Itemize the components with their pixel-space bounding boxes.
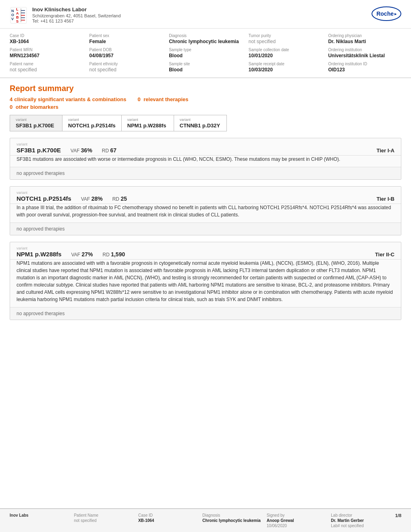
variant-rd-2: RD 1,590 [103, 251, 125, 258]
variant-tier-1: Tier I-B [376, 196, 394, 202]
variant-card-label-0: variant [17, 142, 394, 146]
variant-card-npm1: variant NPM1 p.W288fs VAF 27% RD 1,590 T… [10, 242, 401, 320]
footer-page-number: 1/8 [395, 513, 401, 518]
footer-patient-name: not specified [74, 518, 138, 523]
variant-tabs: variant SF3B1 p.K700E variant NOTCH1 p.P… [10, 115, 227, 131]
variant-meta-0: VAF 36% RD 67 [71, 147, 376, 154]
footer-signed-by-label: Signed by [267, 513, 331, 517]
variant-tab-2[interactable]: variant NPM1 p.W288fs [122, 115, 174, 131]
variant-rd-val-0: 67 [110, 147, 117, 154]
svg-text:N: N [11, 9, 14, 13]
lab-branding: N O V L A B S Inov Klinisches Labor Schü… [10, 6, 121, 24]
diagnosis-cell: Diagnosis Chronic lymphocytic leukemia S… [169, 33, 242, 73]
svg-text:L: L [16, 7, 19, 11]
lab-info: Inov Klinisches Labor Schützengraben 42,… [32, 6, 121, 23]
footer-diagnosis-col: Diagnosis Chronic lymphocytic leukemia [202, 513, 266, 523]
variant-tier-0: Tier I-A [376, 148, 394, 154]
footer-diagnosis-label: Diagnosis [202, 513, 266, 517]
tumor-purity-label: Tumor purity [249, 33, 322, 38]
footer-patient-name-label: Patient Name [74, 513, 138, 517]
significant-label: clinically significant variants & combin… [14, 96, 126, 102]
variant-therapy-2: no approved therapies [10, 307, 401, 320]
variant-meta-1: VAF 28% RD 25 [81, 195, 377, 202]
tab-label-3: variant [180, 118, 221, 122]
tab-value-0: SF3B1 p.K700E [16, 123, 56, 129]
roche-logo: Roche ▸ [372, 6, 401, 21]
svg-text:S: S [16, 19, 19, 23]
variant-card-label-1: variant [17, 191, 394, 195]
tab-label-0: variant [16, 118, 56, 122]
lab-address: Schützengraben 42, 4051 Basel, Switzerla… [32, 13, 121, 18]
variant-rd-val-2: 1,590 [111, 251, 125, 258]
significant-variants-link[interactable]: 4clinically significant variants & combi… [10, 96, 128, 102]
patient-sex-value: Female [89, 39, 163, 44]
tab-value-2: NPM1 p.W288fs [127, 123, 168, 129]
patient-ethnicity-value: not specified [89, 67, 163, 73]
ordering-physician-value: Dr. Niklaus Marti [328, 39, 401, 44]
variant-name-2: NPM1 p.W288fs [17, 251, 62, 258]
ordering-physician-label: Ordering physician [328, 33, 401, 38]
diagnosis-value: Chronic lymphocytic leukemia [169, 39, 242, 44]
variant-header-row-0: SF3B1 p.K700E VAF 36% RD 67 Tier I-A [17, 147, 394, 154]
variant-name-1: NOTCH1 p.P2514fs [17, 195, 71, 202]
variant-tab-0[interactable]: variant SF3B1 p.K700E [10, 115, 62, 131]
variant-vaf-val-0: 36% [81, 147, 92, 154]
svg-text:O: O [11, 13, 14, 17]
footer-case-id: XB-1064 [138, 518, 202, 523]
variant-tab-3[interactable]: variant CTNNB1 p.D32Y [174, 115, 226, 131]
svg-text:V: V [11, 17, 14, 21]
variant-header-row-2: NPM1 p.W288fs VAF 27% RD 1,590 Tier II-C [17, 251, 394, 258]
variant-card-inner-2: NPM1 mutations are associated with with … [10, 259, 401, 320]
footer-case-id-label: Case ID [138, 513, 202, 517]
case-id-cell: Case ID XB-1064 Patient MRN MRN1234567 P… [10, 33, 83, 73]
variant-card-inner-0: SF3B1 mutations are associated with wors… [10, 155, 401, 179]
patient-name-label: Patient name [10, 62, 83, 66]
variant-vaf-2: VAF 27% [71, 251, 93, 258]
sample-site-value: Blood [169, 67, 242, 73]
variant-tab-1[interactable]: variant NOTCH1 p.P2514fs [62, 115, 122, 131]
variant-meta-2: VAF 27% RD 1,590 [71, 251, 375, 258]
svg-text:B: B [16, 15, 19, 19]
relevant-therapies-link[interactable]: 0 relevant therapies [137, 96, 190, 102]
sample-receipt-date-value: 10/03/2020 [249, 67, 322, 73]
variant-therapy-0: no approved therapies [10, 167, 401, 179]
footer-patient-name-col: Patient Name not specified [74, 513, 138, 523]
tab-value-1: NOTCH1 p.P2514fs [68, 123, 116, 129]
sample-site-label: Sample site [169, 62, 242, 66]
case-id-label: Case ID [10, 33, 83, 38]
patient-info-grid: Case ID XB-1064 Patient MRN MRN1234567 P… [0, 29, 411, 78]
svg-text:A: A [16, 11, 19, 15]
variant-card-inner-1: In a phase III trial, the addition of ri… [10, 204, 401, 235]
sample-type-value: Blood [169, 53, 242, 58]
ordering-institution-value: Universitätsklinik Liestal [328, 53, 401, 58]
tumor-purity-value: not specified [249, 39, 322, 44]
ordering-institution-id-value: OID123 [328, 67, 401, 73]
ordering-institution-label: Ordering institution [328, 48, 401, 52]
variant-vaf-val-2: 27% [81, 251, 93, 258]
significant-count: 4 [10, 96, 12, 102]
patient-ethnicity-label: Patient ethnicity [89, 62, 163, 66]
variant-card-sf3b1: variant SF3B1 p.K700E VAF 36% RD 67 Tier… [10, 138, 401, 180]
other-biomarkers-link[interactable]: 0 other biomarkers [10, 104, 401, 110]
report-summary-section: Report summary 4clinically significant v… [0, 78, 411, 131]
variant-name-0: SF3B1 p.K700E [17, 147, 61, 154]
roche-label: Roche [376, 10, 394, 17]
lab-logo-icon: N O V L A B S [10, 6, 27, 24]
variant-vaf-1: VAF 28% [81, 195, 103, 202]
variants-container: variant SF3B1 p.K700E VAF 36% RD 67 Tier… [0, 131, 411, 320]
variant-rd-0: RD 67 [102, 147, 116, 154]
report-summary-title: Report summary [10, 84, 401, 93]
patient-dob-label: Patient DOB [89, 48, 163, 52]
patient-sex-cell: Patient sex Female Patient DOB 04/08/195… [89, 33, 163, 73]
biomarkers-count: 0 [10, 104, 12, 110]
variant-header-row-1: NOTCH1 p.P2514fs VAF 28% RD 25 Tier I-B [17, 195, 394, 202]
patient-mrn-value: MRN1234567 [10, 53, 83, 58]
sample-collection-date-label: Sample collection date [249, 48, 322, 52]
footer-lab-name: Inov Labs [10, 513, 74, 517]
footer-lab-name-col: Inov Labs [10, 513, 74, 517]
footer-lab-director: Dr. Martin Gerber [331, 518, 395, 523]
patient-dob-value: 04/08/1957 [89, 53, 163, 58]
variant-vaf-val-1: 28% [91, 195, 103, 202]
ordering-physician-cell: Ordering physician Dr. Niklaus Marti Ord… [328, 33, 401, 73]
patient-name-value: not specified [10, 67, 83, 73]
